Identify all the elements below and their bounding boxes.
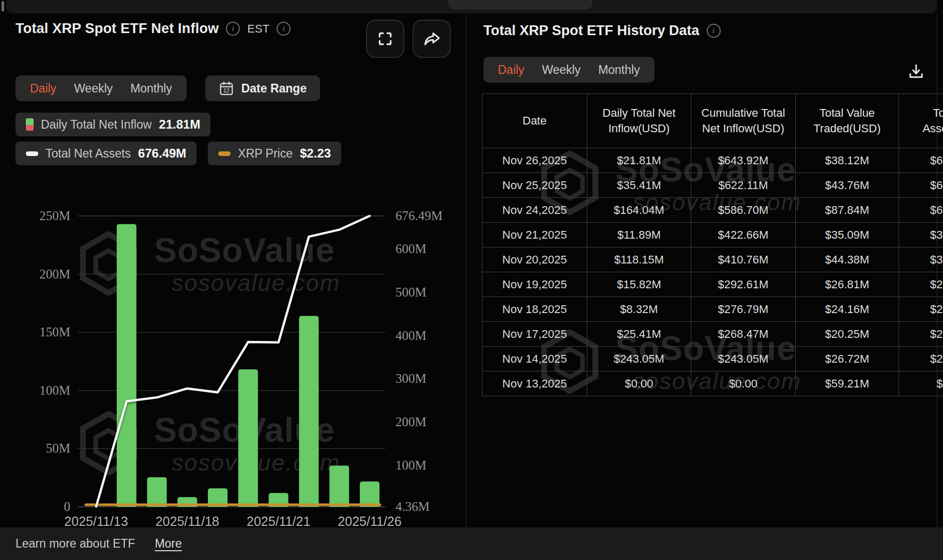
table-row: Nov 25,2025$35.41M$622.11M$43.76M$644.64… — [482, 173, 943, 198]
download-button[interactable] — [905, 60, 927, 83]
right-axis-tick-label: 100M — [396, 458, 427, 472]
table-tab-weekly[interactable]: Weekly — [542, 63, 581, 77]
table-cell: $11.89M — [587, 223, 691, 247]
timezone-badge: EST — [247, 22, 269, 36]
right-axis-tick-label: 400M — [396, 329, 427, 343]
table-cell: $643.92M — [691, 148, 796, 173]
table-row: Nov 19,2025$15.82M$292.61M$26.81M$268.88… — [482, 272, 943, 297]
table-cell: $8.32M — [587, 297, 691, 322]
table-row: Nov 17,2025$25.41M$268.47M$20.25M$257.08… — [482, 322, 943, 347]
chart-tab-daily[interactable]: Daily — [30, 82, 56, 96]
right-axis-tick-label: 200M — [396, 415, 427, 429]
table-row: Nov 26,2025$21.81M$643.92M$38.12M$676.49… — [482, 148, 943, 173]
table-cell: Nov 26,2025 — [482, 148, 587, 173]
top-tab-remnant — [448, 0, 592, 9]
legend-value: $2.23 — [300, 146, 331, 161]
table-cell: $118.15M — [587, 247, 691, 272]
table-cell: Nov 17,2025 — [482, 322, 587, 347]
table-cell: $257.08M — [899, 322, 943, 347]
right-axis-tick-label: 600M — [396, 242, 427, 256]
x-axis-tick-label: 2025/11/26 — [338, 514, 401, 528]
table-row: Nov 18,2025$8.32M$276.79M$24.16M$277.82M — [482, 297, 943, 322]
daily-inflow-bar[interactable] — [117, 224, 136, 507]
table-cell: Nov 19,2025 — [482, 272, 587, 297]
table-cell: Nov 18,2025 — [482, 297, 587, 322]
table-header: Total XRP Spot ETF History Data i — [483, 23, 721, 39]
left-axis-tick-label: 100M — [39, 383, 70, 397]
table-cell: $43.76M — [796, 173, 899, 198]
daily-inflow-bar[interactable] — [299, 316, 318, 507]
x-axis-tick-label: 2025/11/13 — [64, 514, 128, 528]
table-cell: $0.00 — [691, 371, 796, 396]
date-range-label: Date Range — [241, 82, 307, 96]
right-axis-tick-label: 500M — [396, 285, 427, 299]
legend-label: Daily Total Net Inflow — [41, 118, 151, 132]
daily-inflow-bar[interactable] — [238, 369, 258, 507]
table-cell: $164.04M — [587, 198, 691, 223]
chart-title: Total XRP Spot ETF Net Inflow — [16, 21, 219, 37]
legend-xrp-price[interactable]: XRP Price $2.23 — [208, 142, 341, 165]
table-row: Nov 21,2025$11.89M$422.66M$35.09M$384.44… — [482, 223, 943, 247]
chart-period-tabs: DailyWeeklyMonthly 12 Date Range — [16, 75, 320, 101]
column-header: Daily Total Net Inflow(USD) — [587, 94, 691, 148]
table-cell: $248.16M — [899, 347, 943, 371]
daily-inflow-bar[interactable] — [360, 481, 379, 507]
left-axis-tick-label: 50M — [46, 441, 70, 455]
table-cell: $5.15M — [899, 371, 943, 396]
daily-inflow-bar[interactable] — [329, 465, 349, 507]
daily-inflow-bar[interactable] — [147, 477, 167, 507]
total-net-assets-line[interactable] — [96, 216, 370, 506]
table-cell: $243.05M — [691, 347, 796, 371]
table-cell: $59.21M — [796, 371, 899, 396]
right-axis-tick-label: 676.49M — [396, 209, 443, 223]
column-header: Cumulative Total Net Inflow(USD) — [691, 94, 796, 148]
bar-swatch-icon — [26, 118, 34, 131]
table-cell: $276.79M — [691, 297, 796, 322]
share-icon — [423, 30, 440, 48]
info-icon[interactable]: i — [707, 24, 721, 38]
chart-panel: Total XRP Spot ETF Net Inflow i EST i Da… — [0, 13, 466, 527]
footer-more-link[interactable]: More — [155, 537, 181, 551]
table-cell: $15.82M — [587, 272, 691, 297]
info-icon[interactable]: i — [277, 22, 291, 36]
calendar-icon: 12 — [219, 80, 234, 97]
left-axis-tick-label: 0 — [64, 500, 71, 514]
table-row: Nov 14,2025$243.05M$243.05M$26.72M$248.1… — [482, 347, 943, 371]
info-icon[interactable]: i — [226, 22, 240, 36]
share-button[interactable] — [413, 20, 451, 58]
history-table: DateDaily Total Net Inflow(USD)Cumulativ… — [482, 94, 943, 396]
legend-daily-net-inflow[interactable]: Daily Total Net Inflow 21.81M — [16, 113, 210, 136]
table-cell: Nov 20,2025 — [482, 247, 587, 272]
table-cell: Nov 21,2025 — [482, 223, 587, 247]
column-header: Date — [482, 94, 587, 148]
fullscreen-button[interactable] — [366, 20, 404, 58]
left-axis-tick-label: 150M — [39, 325, 70, 339]
table-cell: $243.05M — [587, 347, 691, 371]
table-title: Total XRP Spot ETF History Data — [483, 23, 699, 39]
table-cell: $38.12M — [796, 148, 899, 173]
chart-tab-weekly[interactable]: Weekly — [74, 82, 113, 96]
legend-label: Total Net Assets — [45, 147, 131, 161]
line-swatch-icon — [218, 151, 231, 156]
date-range-button[interactable]: 12 Date Range — [205, 75, 321, 101]
table-cell: $622.11M — [691, 173, 796, 198]
fullscreen-icon — [377, 30, 393, 47]
table-tab-daily[interactable]: Daily — [498, 63, 524, 77]
table-cell: $44.38M — [796, 247, 899, 272]
right-axis-tick-label: 4.36M — [396, 500, 430, 514]
chart-header: Total XRP Spot ETF Net Inflow i EST i — [16, 21, 291, 37]
table-cell: $292.61M — [691, 272, 796, 297]
history-panel: Total XRP Spot ETF History Data i DailyW… — [466, 13, 943, 527]
table-cell: $385.05M — [899, 247, 943, 272]
table-row: Nov 24,2025$164.04M$586.70M$87.84M$628.6… — [482, 198, 943, 223]
table-tab-monthly[interactable]: Monthly — [598, 63, 640, 77]
table-cell: Nov 13,2025 — [482, 371, 587, 396]
legend-total-net-assets[interactable]: Total Net Assets 676.49M — [16, 142, 196, 165]
period-pill: DailyWeeklyMonthly — [16, 75, 187, 101]
table-cell: $586.70M — [691, 198, 796, 223]
table-cell: $24.16M — [796, 297, 899, 322]
etf-inflow-chart[interactable]: 250M200M150M100M50M0676.49M600M500M400M3… — [0, 187, 460, 538]
table-cell: $25.41M — [587, 322, 691, 347]
table-cell: $268.88M — [899, 272, 943, 297]
chart-tab-monthly[interactable]: Monthly — [130, 82, 172, 96]
